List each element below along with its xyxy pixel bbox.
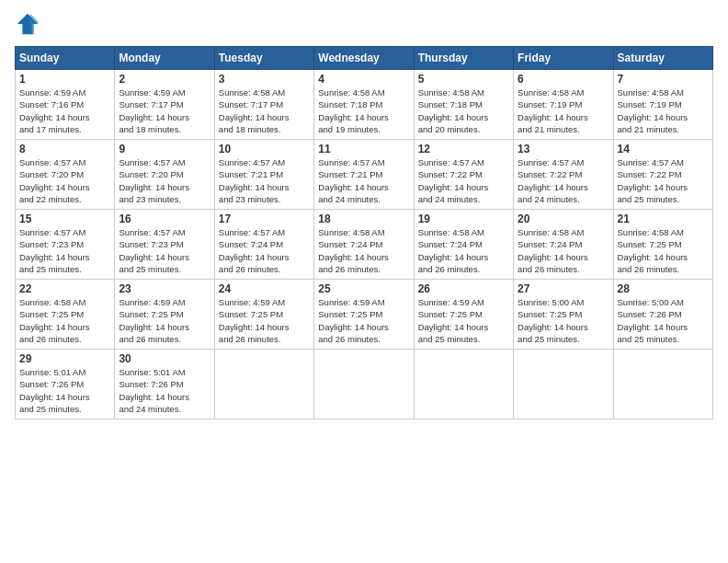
col-header-thursday: Thursday [414,47,513,70]
day-number: 18 [318,213,409,225]
day-cell: 17Sunrise: 4:57 AM Sunset: 7:24 PM Dayli… [214,210,313,280]
day-info: Sunrise: 4:58 AM Sunset: 7:24 PM Dayligh… [418,226,509,275]
day-info: Sunrise: 4:57 AM Sunset: 7:23 PM Dayligh… [119,226,210,275]
day-cell: 30Sunrise: 5:01 AM Sunset: 7:26 PM Dayli… [115,350,214,419]
day-cell: 20Sunrise: 4:58 AM Sunset: 7:24 PM Dayli… [514,210,613,280]
col-header-sunday: Sunday [16,47,115,70]
day-cell: 25Sunrise: 4:59 AM Sunset: 7:25 PM Dayli… [314,280,414,350]
day-info: Sunrise: 4:58 AM Sunset: 7:25 PM Dayligh… [19,296,110,345]
day-info: Sunrise: 4:58 AM Sunset: 7:24 PM Dayligh… [318,226,409,275]
week-row-4: 22Sunrise: 4:58 AM Sunset: 7:25 PM Dayli… [16,280,713,350]
col-header-monday: Monday [115,47,214,70]
header [15,11,713,37]
day-info: Sunrise: 4:57 AM Sunset: 7:21 PM Dayligh… [318,156,409,205]
day-info: Sunrise: 5:00 AM Sunset: 7:25 PM Dayligh… [518,296,609,345]
day-info: Sunrise: 4:58 AM Sunset: 7:17 PM Dayligh… [219,86,310,135]
day-number: 4 [318,73,409,86]
day-cell: 28Sunrise: 5:00 AM Sunset: 7:26 PM Dayli… [613,280,712,350]
day-cell [414,350,513,419]
day-info: Sunrise: 4:57 AM Sunset: 7:20 PM Dayligh… [19,156,110,205]
day-cell: 5Sunrise: 4:58 AM Sunset: 7:18 PM Daylig… [414,70,513,140]
day-info: Sunrise: 4:57 AM Sunset: 7:22 PM Dayligh… [518,156,609,205]
day-info: Sunrise: 4:59 AM Sunset: 7:16 PM Dayligh… [19,86,110,135]
col-header-saturday: Saturday [613,47,712,70]
day-cell: 26Sunrise: 4:59 AM Sunset: 7:25 PM Dayli… [414,280,513,350]
day-cell: 29Sunrise: 5:01 AM Sunset: 7:26 PM Dayli… [16,350,115,419]
svg-marker-0 [17,14,38,34]
day-info: Sunrise: 4:59 AM Sunset: 7:25 PM Dayligh… [119,296,210,345]
col-header-wednesday: Wednesday [314,47,414,70]
day-number: 28 [618,282,709,295]
day-number: 5 [418,73,509,86]
day-cell [214,350,313,419]
day-cell: 23Sunrise: 4:59 AM Sunset: 7:25 PM Dayli… [115,280,214,350]
week-row-2: 8Sunrise: 4:57 AM Sunset: 7:20 PM Daylig… [16,140,713,210]
calendar-table: SundayMondayTuesdayWednesdayThursdayFrid… [15,46,713,419]
day-cell [514,350,613,419]
day-cell: 14Sunrise: 4:57 AM Sunset: 7:22 PM Dayli… [613,140,712,210]
week-row-5: 29Sunrise: 5:01 AM Sunset: 7:26 PM Dayli… [16,350,713,419]
day-info: Sunrise: 4:59 AM Sunset: 7:25 PM Dayligh… [418,296,509,345]
day-cell: 1Sunrise: 4:59 AM Sunset: 7:16 PM Daylig… [16,70,115,140]
day-cell: 12Sunrise: 4:57 AM Sunset: 7:22 PM Dayli… [414,140,513,210]
day-number: 30 [119,352,210,365]
day-number: 20 [518,213,609,225]
day-number: 16 [119,213,210,225]
day-cell [613,350,712,419]
day-info: Sunrise: 4:58 AM Sunset: 7:19 PM Dayligh… [618,86,709,135]
day-cell: 24Sunrise: 4:59 AM Sunset: 7:25 PM Dayli… [214,280,313,350]
day-cell: 22Sunrise: 4:58 AM Sunset: 7:25 PM Dayli… [16,280,115,350]
day-cell [314,350,414,419]
week-row-1: 1Sunrise: 4:59 AM Sunset: 7:16 PM Daylig… [16,70,713,140]
day-number: 9 [119,143,210,155]
day-info: Sunrise: 4:57 AM Sunset: 7:24 PM Dayligh… [219,226,310,275]
day-info: Sunrise: 4:58 AM Sunset: 7:19 PM Dayligh… [518,86,609,135]
day-info: Sunrise: 4:57 AM Sunset: 7:23 PM Dayligh… [19,226,110,275]
day-info: Sunrise: 4:57 AM Sunset: 7:22 PM Dayligh… [418,156,509,205]
day-info: Sunrise: 4:57 AM Sunset: 7:21 PM Dayligh… [219,156,310,205]
day-cell: 7Sunrise: 4:58 AM Sunset: 7:19 PM Daylig… [613,70,712,140]
day-cell: 6Sunrise: 4:58 AM Sunset: 7:19 PM Daylig… [514,70,613,140]
day-cell: 9Sunrise: 4:57 AM Sunset: 7:20 PM Daylig… [115,140,214,210]
day-number: 6 [518,73,609,86]
day-info: Sunrise: 4:59 AM Sunset: 7:25 PM Dayligh… [219,296,310,345]
day-cell: 21Sunrise: 4:58 AM Sunset: 7:25 PM Dayli… [613,210,712,280]
day-number: 25 [318,282,409,295]
logo [15,11,44,37]
day-number: 22 [19,282,110,295]
day-number: 29 [19,352,110,365]
day-cell: 16Sunrise: 4:57 AM Sunset: 7:23 PM Dayli… [115,210,214,280]
day-number: 1 [19,73,110,86]
day-cell: 4Sunrise: 4:58 AM Sunset: 7:18 PM Daylig… [314,70,414,140]
day-number: 12 [418,143,509,155]
col-header-tuesday: Tuesday [214,47,313,70]
day-number: 26 [418,282,509,295]
day-number: 23 [119,282,210,295]
day-number: 8 [19,143,110,155]
day-number: 11 [318,143,409,155]
day-info: Sunrise: 4:59 AM Sunset: 7:25 PM Dayligh… [318,296,409,345]
day-info: Sunrise: 5:00 AM Sunset: 7:26 PM Dayligh… [618,296,709,345]
day-cell: 15Sunrise: 4:57 AM Sunset: 7:23 PM Dayli… [16,210,115,280]
day-number: 13 [518,143,609,155]
page: SundayMondayTuesdayWednesdayThursdayFrid… [0,0,728,563]
day-number: 17 [219,213,310,225]
day-info: Sunrise: 4:58 AM Sunset: 7:25 PM Dayligh… [618,226,709,275]
day-info: Sunrise: 5:01 AM Sunset: 7:26 PM Dayligh… [19,366,110,415]
day-number: 7 [618,73,709,86]
day-cell: 8Sunrise: 4:57 AM Sunset: 7:20 PM Daylig… [16,140,115,210]
day-info: Sunrise: 5:01 AM Sunset: 7:26 PM Dayligh… [119,366,210,415]
day-info: Sunrise: 4:59 AM Sunset: 7:17 PM Dayligh… [119,86,210,135]
logo-icon [15,11,40,37]
col-header-friday: Friday [514,47,613,70]
day-number: 3 [219,73,310,86]
day-number: 24 [219,282,310,295]
day-info: Sunrise: 4:57 AM Sunset: 7:22 PM Dayligh… [618,156,709,205]
day-number: 14 [618,143,709,155]
week-row-3: 15Sunrise: 4:57 AM Sunset: 7:23 PM Dayli… [16,210,713,280]
day-info: Sunrise: 4:58 AM Sunset: 7:18 PM Dayligh… [418,86,509,135]
day-cell: 13Sunrise: 4:57 AM Sunset: 7:22 PM Dayli… [514,140,613,210]
day-cell: 27Sunrise: 5:00 AM Sunset: 7:25 PM Dayli… [514,280,613,350]
day-cell: 19Sunrise: 4:58 AM Sunset: 7:24 PM Dayli… [414,210,513,280]
day-info: Sunrise: 4:57 AM Sunset: 7:20 PM Dayligh… [119,156,210,205]
